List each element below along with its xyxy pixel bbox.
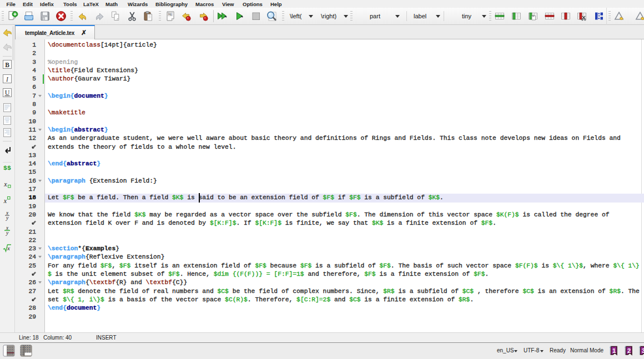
svg-text:B: B bbox=[5, 62, 9, 68]
svg-text:1: 1 bbox=[612, 347, 616, 354]
svg-text:$$: $$ bbox=[3, 164, 11, 171]
svg-text:3: 3 bbox=[642, 347, 644, 354]
svg-text:x: x bbox=[3, 197, 7, 205]
svg-text:x: x bbox=[7, 245, 10, 251]
svg-text:2: 2 bbox=[627, 347, 631, 354]
svg-text:y: y bbox=[6, 230, 9, 236]
svg-text:U: U bbox=[5, 89, 10, 97]
svg-text:y: y bbox=[6, 215, 9, 221]
svg-text:log: log bbox=[168, 13, 172, 16]
svg-text:x: x bbox=[3, 180, 7, 188]
